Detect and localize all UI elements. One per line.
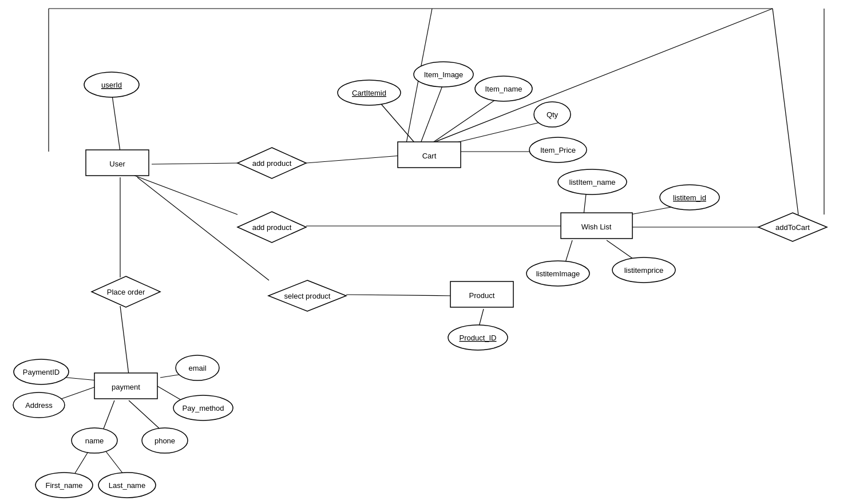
attr-listitem-id-label: listitem_id <box>673 193 706 202</box>
rel-addproduct2-label: add product <box>252 223 292 232</box>
entity-product-label: Product <box>469 291 495 300</box>
attr-item-name-label: Item_name <box>485 85 522 93</box>
attr-item-price-label: Item_Price <box>540 146 576 154</box>
attr-email-label: email <box>188 364 206 372</box>
attr-address-label: Address <box>25 401 53 410</box>
attr-listitem-name-label: listItem_name <box>569 178 616 186</box>
svg-line-10 <box>421 83 444 143</box>
entity-user-label: User <box>109 160 125 168</box>
attr-product-id-label: Product_ID <box>459 334 496 342</box>
svg-line-32 <box>129 400 163 432</box>
attr-cartitemid-label: CartItemid <box>352 89 386 97</box>
svg-line-11 <box>432 96 501 143</box>
entity-cart-label: Cart <box>422 152 437 160</box>
rel-addproduct1-label: add product <box>252 159 292 168</box>
attr-phone-label: phone <box>155 436 175 445</box>
svg-line-31 <box>102 400 114 433</box>
attr-pay-method-label: Pay_method <box>183 404 224 412</box>
svg-line-7 <box>152 163 237 164</box>
attr-name-label: name <box>85 436 104 445</box>
rel-addtocart-label: addToCart <box>775 223 810 232</box>
svg-line-9 <box>378 100 415 143</box>
diagram-canvas: User Cart Wish List Product payment add … <box>0 0 859 504</box>
attr-paymentid-label: PaymentID <box>23 368 60 376</box>
attr-qty-label: Qty <box>547 110 559 119</box>
svg-line-14 <box>132 174 237 215</box>
svg-line-26 <box>120 306 129 375</box>
attr-item-image-label: Item_Image <box>424 70 464 79</box>
svg-line-4 <box>773 9 798 215</box>
svg-line-17 <box>346 295 452 296</box>
svg-line-5 <box>432 9 773 143</box>
entity-payment-label: payment <box>112 383 140 391</box>
attr-listitemprice-label: listitemprice <box>624 266 664 275</box>
svg-line-12 <box>449 120 549 144</box>
rel-selectproduct-label: select product <box>284 292 331 300</box>
attr-userid-label: userId <box>101 81 122 89</box>
attr-listitem-image-label: listitemImage <box>536 269 580 278</box>
rel-placeorder-label: Place order <box>107 288 145 296</box>
svg-line-6 <box>112 92 120 152</box>
er-diagram: User Cart Wish List Product payment add … <box>0 0 859 504</box>
attr-last-name-label: Last_name <box>109 481 145 490</box>
attr-first-name-label: First_name <box>45 481 82 490</box>
entity-wishlist-label: Wish List <box>581 223 612 231</box>
svg-line-8 <box>306 156 401 163</box>
